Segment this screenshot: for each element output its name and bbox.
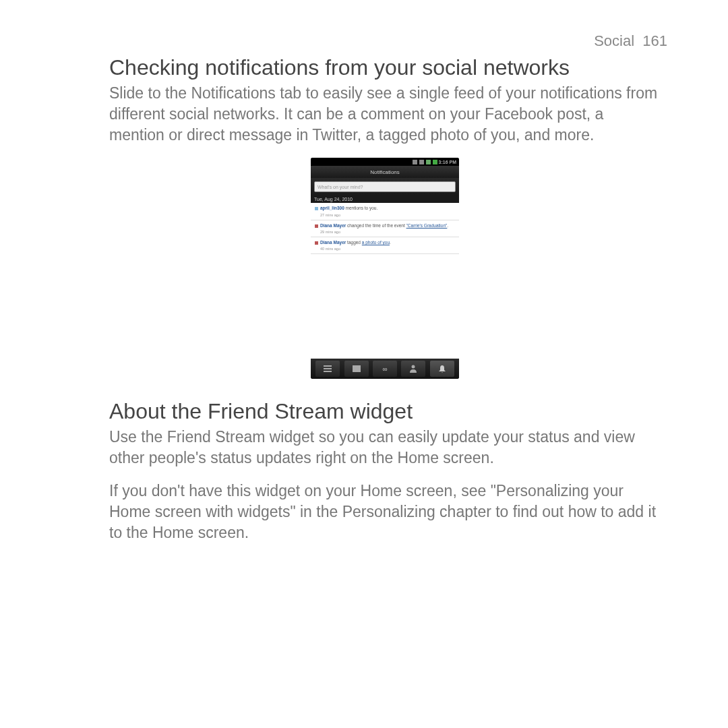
feed-tail: .: [390, 240, 391, 245]
svg-rect-1: [324, 368, 332, 369]
status-time: 3:16 PM: [439, 160, 456, 164]
svg-point-4: [412, 365, 415, 369]
svg-rect-2: [324, 371, 332, 372]
battery-icon: [433, 160, 437, 164]
feed-name: Diana Mayer: [320, 240, 346, 245]
feed-date-header: Tue, Aug 24, 2010: [311, 195, 459, 203]
heading-checking-notifications: Checking notifications from your social …: [109, 55, 661, 80]
svg-rect-3: [353, 365, 361, 372]
bell-icon: [439, 365, 446, 373]
feed-time: 40 mins ago: [320, 247, 391, 251]
notification-feed: april_lin300 mentions to you. 27 mins ag…: [311, 203, 459, 359]
nav-tab-links[interactable]: ∞: [373, 361, 397, 377]
feed-time: 29 mins ago: [320, 230, 448, 234]
heading-friend-stream-widget: About the Friend Stream widget: [109, 399, 661, 424]
page-number: 161: [642, 32, 667, 49]
person-icon: [410, 365, 417, 373]
svg-rect-0: [324, 365, 332, 367]
notification-item[interactable]: Diana Mayer tagged a photo of you. 40 mi…: [311, 237, 459, 254]
nav-tab-feed[interactable]: [315, 361, 340, 377]
feed-link[interactable]: "Carrie's Graduation": [406, 223, 448, 228]
signal-icon: [419, 160, 424, 164]
paragraph-widget-intro: Use the Friend Stream widget so you can …: [109, 427, 661, 468]
feed-text: tagged: [346, 240, 362, 245]
phone-status-bar: 3:16 PM: [311, 158, 459, 166]
feed-tail: .: [447, 223, 448, 228]
feed-name: Diana Mayer: [320, 223, 346, 228]
phone-nav-bar: ∞: [311, 359, 459, 379]
feed-text: changed the time of the event: [346, 223, 406, 228]
notification-item[interactable]: Diana Mayer changed the time of the even…: [311, 220, 459, 237]
screen-title: Notifications: [311, 166, 459, 178]
paragraph-widget-help: If you don't have this widget on your Ho…: [109, 481, 661, 543]
section-label: Social: [594, 32, 634, 49]
status-input[interactable]: What's on your mind?: [314, 181, 456, 192]
nav-tab-photos[interactable]: [344, 361, 369, 377]
screenshot-container: 3:16 PM Notifications What's on your min…: [109, 158, 661, 379]
paragraph-notifications-intro: Slide to the Notifications tab to easily…: [109, 83, 661, 146]
feed-link[interactable]: a photo of you: [362, 240, 390, 245]
phone-screenshot: 3:16 PM Notifications What's on your min…: [311, 158, 459, 379]
status-input-area: What's on your mind?: [311, 178, 459, 195]
facebook-icon: [315, 224, 318, 228]
wifi-icon: [426, 160, 431, 164]
feed-time: 27 mins ago: [320, 213, 377, 217]
notification-item[interactable]: april_lin300 mentions to you. 27 mins ag…: [311, 203, 459, 220]
nav-tab-notifications[interactable]: [430, 361, 454, 377]
facebook-icon: [315, 241, 318, 245]
twitter-icon: [315, 207, 318, 210]
nav-tab-profile[interactable]: [401, 361, 425, 377]
link-icon: ∞: [382, 365, 387, 373]
page-header: Social 161: [47, 32, 688, 50]
sync-icon: [413, 160, 417, 164]
image-icon: [353, 365, 361, 372]
list-icon: [324, 365, 332, 372]
feed-text: mentions to you.: [344, 206, 378, 210]
feed-name: april_lin300: [320, 206, 344, 210]
